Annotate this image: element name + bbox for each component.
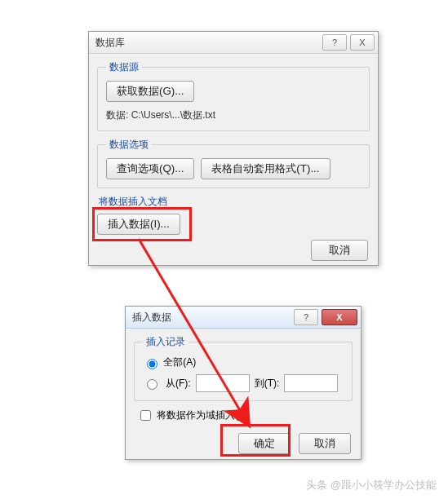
query-options-button[interactable]: 查询选项(Q)... <box>106 158 194 179</box>
radio-all[interactable] <box>147 359 157 369</box>
dataoptions-legend: 数据选项 <box>106 138 152 152</box>
close-button[interactable]: X <box>350 34 375 51</box>
cancel-button-insert[interactable]: 取消 <box>299 433 351 454</box>
path-label: 数据: <box>106 109 128 121</box>
insert-records-legend: 插入记录 <box>143 335 189 349</box>
titlebar-insert-data: 插入数据 ? X <box>126 307 361 329</box>
dialog-title: 数据库 <box>95 36 322 50</box>
watermark-text: 头条 @跟小小筱学办公技能 <box>306 478 437 492</box>
close-button-2[interactable]: X <box>322 309 357 325</box>
from-input[interactable] <box>196 374 250 392</box>
path-value: C:\Users\...\数据.txt <box>131 109 215 121</box>
datasource-group: 数据源 获取数据(G)... 数据: C:\Users\...\数据.txt <box>97 60 370 131</box>
insert-into-doc-label: 将数据插入文档 <box>99 195 370 209</box>
titlebar-database: 数据库 ? X <box>89 32 378 54</box>
insert-data-dialog: 插入数据 ? X 插入记录 全部(A) 从(F): 到(T): 将数据作为域插入… <box>125 306 362 460</box>
dialog2-title: 插入数据 <box>132 311 294 325</box>
to-input[interactable] <box>284 374 338 392</box>
data-path-line: 数据: C:\Users\...\数据.txt <box>106 108 361 122</box>
insert-as-field-label: 将数据作为域插入(I) <box>157 409 244 421</box>
insert-records-group: 插入记录 全部(A) 从(F): 到(T): <box>134 335 353 401</box>
help-button-2[interactable]: ? <box>294 309 318 325</box>
autoformat-button[interactable]: 表格自动套用格式(T)... <box>201 158 330 179</box>
dialog-body: 数据源 获取数据(G)... 数据: C:\Users\...\数据.txt 数… <box>89 54 378 271</box>
radio-all-label: 全部(A) <box>163 356 196 368</box>
dataoptions-group: 数据选项 查询选项(Q)... 表格自动套用格式(T)... <box>97 138 370 188</box>
insert-as-field-checkbox[interactable] <box>140 410 151 421</box>
cancel-button-db[interactable]: 取消 <box>311 240 368 261</box>
to-label: 到(T): <box>255 377 280 391</box>
insert-data-button[interactable]: 插入数据(I)... <box>97 214 180 235</box>
datasource-legend: 数据源 <box>106 60 142 74</box>
radio-from[interactable] <box>147 379 157 390</box>
get-data-button[interactable]: 获取数据(G)... <box>106 81 194 102</box>
database-dialog: 数据库 ? X 数据源 获取数据(G)... 数据: C:\Users\...\… <box>88 31 379 266</box>
ok-button[interactable]: 确定 <box>238 433 291 454</box>
radio-from-label: 从(F): <box>166 377 191 391</box>
help-button[interactable]: ? <box>322 34 347 51</box>
dialog2-body: 插入记录 全部(A) 从(F): 到(T): 将数据作为域插入(I) 确定 取消 <box>126 329 361 464</box>
